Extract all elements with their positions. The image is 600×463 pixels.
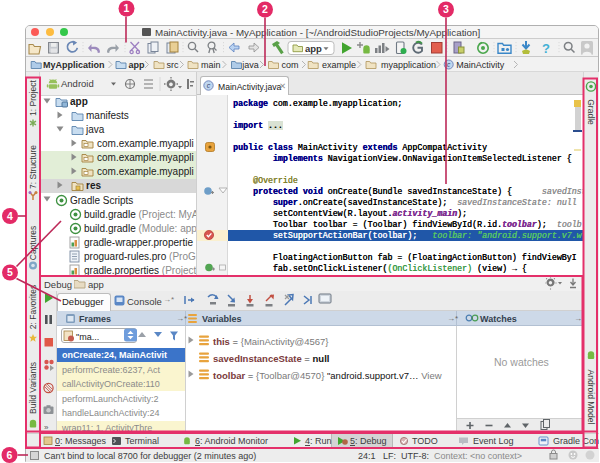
svg-text:6: 6 (7, 449, 13, 461)
svg-text:2: 2 (262, 3, 268, 15)
svg-text:3: 3 (443, 3, 449, 15)
svg-text:5: 5 (7, 266, 13, 278)
svg-text:1: 1 (124, 2, 130, 14)
svg-text:4: 4 (7, 210, 13, 222)
